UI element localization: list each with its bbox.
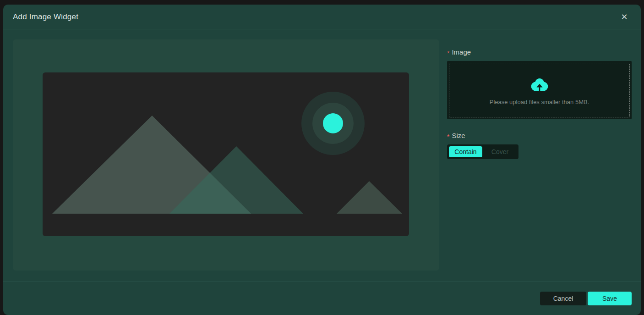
dialog-footer: Cancel Save — [3, 282, 641, 315]
size-toggle-group: Contain Cover — [447, 144, 518, 159]
size-label-text: Size — [452, 132, 465, 139]
widget-preview-area — [13, 39, 439, 271]
close-button[interactable]: ✕ — [618, 11, 631, 23]
dialog-header: Add Image Widget ✕ — [3, 5, 641, 29]
image-preview-placeholder — [43, 72, 409, 236]
cloud-upload-icon — [530, 75, 549, 94]
add-image-widget-dialog: Add Image Widget ✕ * Image — [3, 5, 641, 315]
size-field-label: * Size — [447, 132, 465, 139]
close-icon: ✕ — [621, 12, 628, 22]
required-marker: * — [447, 133, 449, 140]
image-label-text: Image — [452, 48, 471, 56]
image-placeholder-icon — [43, 230, 409, 236]
image-upload-dropzone[interactable]: Please upload files smaller than 5MB. — [447, 61, 632, 119]
size-option-cover[interactable]: Cover — [483, 146, 517, 157]
image-field-label: * Image — [447, 48, 471, 56]
required-marker: * — [447, 50, 449, 57]
size-option-contain[interactable]: Contain — [449, 146, 482, 157]
dialog-title: Add Image Widget — [13, 12, 78, 22]
cancel-button[interactable]: Cancel — [540, 292, 586, 305]
upload-hint-text: Please upload files smaller than 5MB. — [490, 99, 589, 105]
save-button[interactable]: Save — [588, 292, 632, 305]
